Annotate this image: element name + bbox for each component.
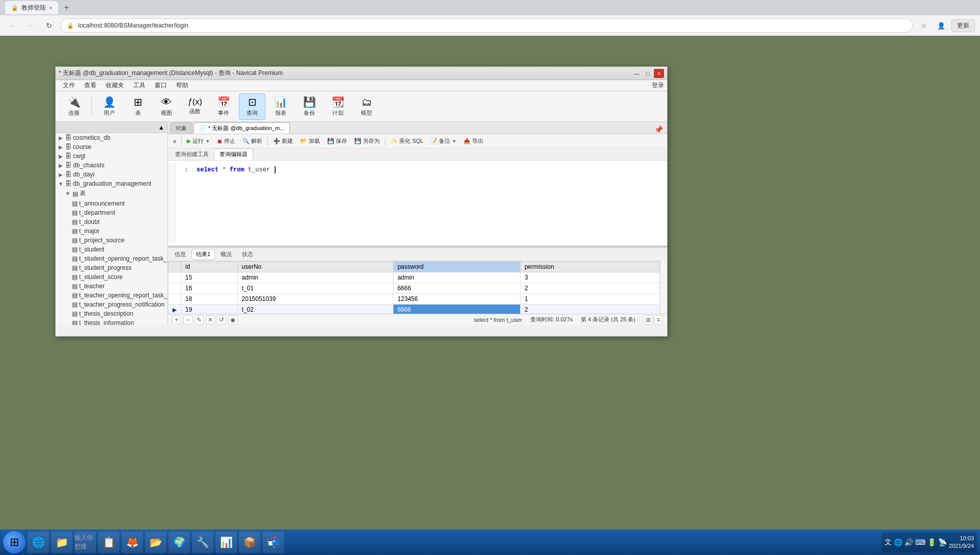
toolbar-backup[interactable]: 💾 备份 [296,93,323,120]
tree-table-teacher[interactable]: ▤ t_teacher [70,282,167,291]
taskbar-app6[interactable]: 📦 [239,532,260,553]
tray-clock[interactable]: 10:03 2021/9/24 [949,535,974,550]
sidebar-collapse-btn[interactable]: ▲ [158,124,164,131]
cell-userno-4[interactable]: t_02 [237,305,393,314]
toolbar-schedule[interactable]: 📆 计划 [325,93,351,120]
menu-help[interactable]: 帮助 [172,80,192,91]
cell-password-2[interactable]: 6666 [393,283,520,294]
tray-volume[interactable]: 🔊 [904,538,913,546]
tab-pin-btn[interactable]: 📌 [654,125,663,134]
menu-view[interactable]: 查看 [80,80,101,91]
tree-table-thesis-info[interactable]: ▤ t_thesis_information [70,318,167,325]
notes-btn[interactable]: 📝 备注 ▼ [427,136,459,146]
sub-tab-builder[interactable]: 查询创建工具 [170,149,214,160]
tree-table-student[interactable]: ▤ t_student [70,245,167,254]
tree-db-graduation[interactable]: ▼ 🗄 db_graduation_management [56,179,167,188]
table-row[interactable]: 18 2015051039 123456 1 [168,294,660,305]
result-tab-info[interactable]: 信息 [170,249,190,260]
menu-file[interactable]: 文件 [59,80,79,91]
tree-db-course[interactable]: ▶ 🗄 course [56,142,167,152]
save-btn[interactable]: 💾 保存 [324,136,350,146]
profile-btn[interactable]: 👤 [934,18,948,33]
cell-permission-4[interactable]: 2 [520,305,659,314]
cell-permission-2[interactable]: 2 [520,283,659,294]
tree-db-cwgl[interactable]: ▶ 🗄 cwgl [56,152,167,161]
toolbar-user[interactable]: 👤 用户 [96,93,122,120]
start-button[interactable]: ⊞ [3,531,26,553]
beautify-btn[interactable]: ✨ 美化 SQL [387,136,426,146]
tree-db-cosmetics[interactable]: ▶ 🗄 cosmetics_db [56,133,167,142]
taskbar-app1[interactable]: 📋 [98,532,119,553]
menu-favorites[interactable]: 收藏夹 [102,80,128,91]
tree-table-announcement[interactable]: ▤ t_announcement [70,199,167,208]
tree-table-t-opening[interactable]: ▤ t_teacher_opening_report_task_bo... [70,291,167,300]
bookmark-btn[interactable]: ☆ [917,18,931,33]
result-tab-status[interactable]: 状态 [237,249,258,260]
manual-refresh-btn[interactable]: 更新 [951,19,975,32]
tree-db-chaoshi[interactable]: ▶ 🗄 db_chaoshi [56,161,167,170]
toolbar-model[interactable]: 🗂 模型 [353,93,380,120]
tree-table-s-opening[interactable]: ▤ t_student_opening_report_task_bo... [70,254,167,263]
vertical-scrollbar[interactable] [660,261,667,314]
tree-table-doubt[interactable]: ▤ t_doubt [70,217,167,226]
tray-network[interactable]: 🌐 [894,538,902,546]
taskbar-search[interactable]: 输入你想搜 [75,532,96,553]
load-btn[interactable]: 📂 加载 [297,136,323,146]
table-row-selected[interactable]: ▶ 19 t_02 6666 2 [168,305,660,314]
commit-btn[interactable]: ◉ [228,315,237,324]
tab-query[interactable]: 📄 * 无标题 @db_graduation_m... [193,122,290,134]
table-row[interactable]: 15 admin admin 3 [168,272,660,283]
login-link[interactable]: 登录 [652,81,664,90]
cell-id-4[interactable]: 19 [181,305,238,314]
tab-objects[interactable]: 对象 [170,122,192,134]
browser-tab-active[interactable]: 🔒 教师登陆 × [5,1,58,14]
tray-misc[interactable]: 📡 [938,538,947,546]
editor-content[interactable]: 1 select * from t_user [175,163,667,243]
taskbar-app5[interactable]: 📊 [215,532,237,553]
menu-window[interactable]: 窗口 [151,80,171,91]
tree-table-department[interactable]: ▤ t_department [70,208,167,217]
sub-tab-editor[interactable]: 查询编辑器 [214,148,253,160]
taskbar-ie[interactable]: 🌐 [28,532,49,553]
export-btn[interactable]: 📤 导出 [460,136,486,146]
table-row[interactable]: 16 t_01 6666 2 [168,283,660,294]
new-tab-btn[interactable]: + [60,2,72,14]
tree-table-s-progress[interactable]: ▤ t_student_progress [70,263,167,272]
cell-id-3[interactable]: 18 [181,294,238,305]
tree-table-t-progress[interactable]: ▤ t_teacher_progress_notification [70,300,167,309]
cell-id-1[interactable]: 15 [181,272,238,283]
tray-lang[interactable]: 文 [885,538,892,547]
grid-view-btn[interactable]: ⊞ [644,315,653,324]
menu-tools[interactable]: 工具 [129,80,150,91]
toolbar-function[interactable]: ƒ(x) 函数 [182,93,208,120]
cell-password-3[interactable]: 123456 [393,294,520,305]
cell-permission-3[interactable]: 1 [520,294,659,305]
cell-userno-2[interactable]: t_01 [237,283,393,294]
explain-btn[interactable]: 🔍 解析 [239,136,265,146]
minimize-btn[interactable]: — [631,69,642,78]
taskbar-chrome[interactable]: 🌍 [168,532,190,553]
add-record-btn[interactable]: + [172,315,181,324]
stop-btn[interactable]: ⏹ 停止 [214,136,238,146]
table-scroll-area[interactable]: id userNo password permission [168,261,660,314]
toolbar-connect[interactable]: 🔌 连接 [61,93,87,120]
taskbar-app3[interactable]: 📂 [145,532,166,553]
cancel-record-btn[interactable]: ✕ [206,315,215,324]
toolbar-view[interactable]: 👁 视图 [153,93,180,120]
cell-password-1[interactable]: admin [393,272,520,283]
cell-permission-1[interactable]: 3 [520,272,659,283]
taskbar-app7[interactable]: 📬 [262,532,284,553]
tree-table-thesis-desc[interactable]: ▤ t_thesis_description [70,309,167,318]
tree-db-dayi[interactable]: ▶ 🗄 db_dayi [56,170,167,179]
header-permission[interactable]: permission [520,262,659,272]
cell-userno-1[interactable]: admin [237,272,393,283]
toolbar-table[interactable]: ⊞ 表 [125,93,151,120]
tree-table-s-score[interactable]: ▤ t_student_score [70,272,167,282]
result-tab-overview[interactable]: 概况 [216,249,236,260]
new-btn[interactable]: ➕ 新建 [270,136,296,146]
tray-ime[interactable]: ⌨ [915,538,925,546]
toolbar-report[interactable]: 📊 报表 [267,93,294,120]
refresh-records-btn[interactable]: ↺ [217,315,226,324]
cell-password-4-selected[interactable]: 6666 [393,305,520,314]
tab-close-btn[interactable]: × [49,5,52,11]
